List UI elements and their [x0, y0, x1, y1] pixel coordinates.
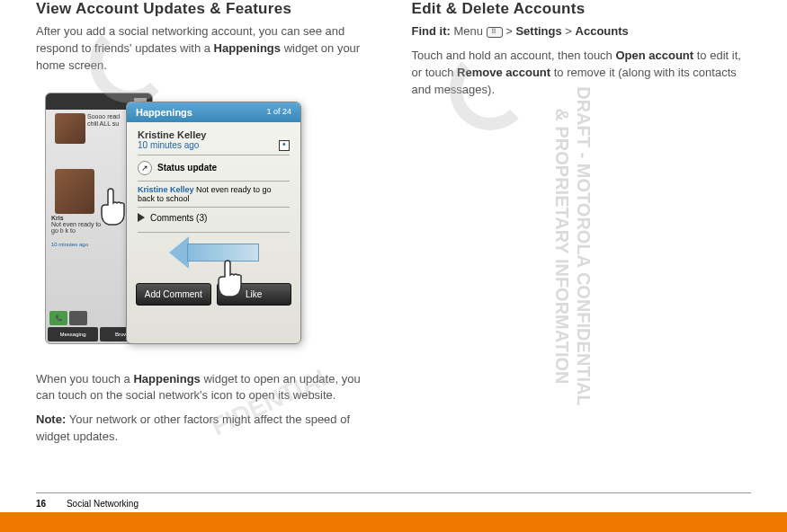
left-intro: After you add a social networking accoun… [36, 23, 376, 75]
happenings-popup: Happenings 1 of 24 Kristine Kelley 10 mi… [126, 102, 301, 344]
avatar [55, 113, 85, 144]
page-footer: 16 Social Networking [0, 492, 787, 509]
happenings-widget-figure: Soooo read chill ALL su Kris Not even re… [45, 93, 297, 353]
play-icon [138, 213, 145, 222]
bg-text-line: Soooo read [87, 113, 120, 120]
left-heading: View Account Updates & Features [36, 0, 376, 18]
popup-title: Happenings [136, 107, 192, 118]
social-network-icon[interactable] [279, 140, 290, 151]
right-column: Edit & Delete Accounts Find it: Menu > S… [412, 0, 752, 485]
dock-messaging-button[interactable]: Messaging [48, 327, 98, 341]
left-note: Note: Your network or other factors migh… [36, 412, 376, 446]
avatar [55, 169, 94, 214]
touch-hand-icon [211, 259, 247, 299]
right-heading: Edit & Delete Accounts [412, 0, 752, 18]
comments-row[interactable]: Comments (3) [138, 213, 290, 223]
popup-counter: 1 of 24 [266, 107, 291, 118]
footer-section: Social Networking [67, 499, 139, 509]
bg-card-time: 10 minutes ago [51, 242, 88, 247]
share-icon: ↗ [138, 161, 152, 175]
touch-hand-icon [94, 187, 130, 227]
status-content: Kristine Kelley Not even ready to go bac… [138, 185, 290, 203]
right-para: Touch and hold an account, then touch Op… [412, 48, 752, 99]
popup-header: Happenings 1 of 24 [127, 102, 300, 122]
comments-count: Comments (3) [150, 213, 207, 223]
phone-apps-button[interactable] [69, 311, 87, 325]
bg-text-line: chill ALL su [87, 120, 119, 127]
add-comment-button[interactable]: Add Comment [136, 283, 211, 306]
phone-call-button[interactable]: 📞 [49, 311, 67, 325]
left-column: View Account Updates & Features After yo… [36, 0, 376, 485]
find-it-path: Find it: Menu > Settings > Accounts [412, 23, 752, 40]
menu-icon [487, 27, 503, 38]
left-para-2: When you touch a Happenings widget to op… [36, 371, 376, 405]
bg-card-name: Kris Not even ready to go b k to [51, 215, 101, 234]
page-number: 16 [36, 499, 46, 509]
status-update-label: Status update [157, 163, 217, 173]
bottom-orange-bar [0, 512, 787, 532]
popup-timestamp: 10 minutes ago [138, 140, 199, 151]
popup-person-name: Kristine Kelley [138, 129, 290, 140]
